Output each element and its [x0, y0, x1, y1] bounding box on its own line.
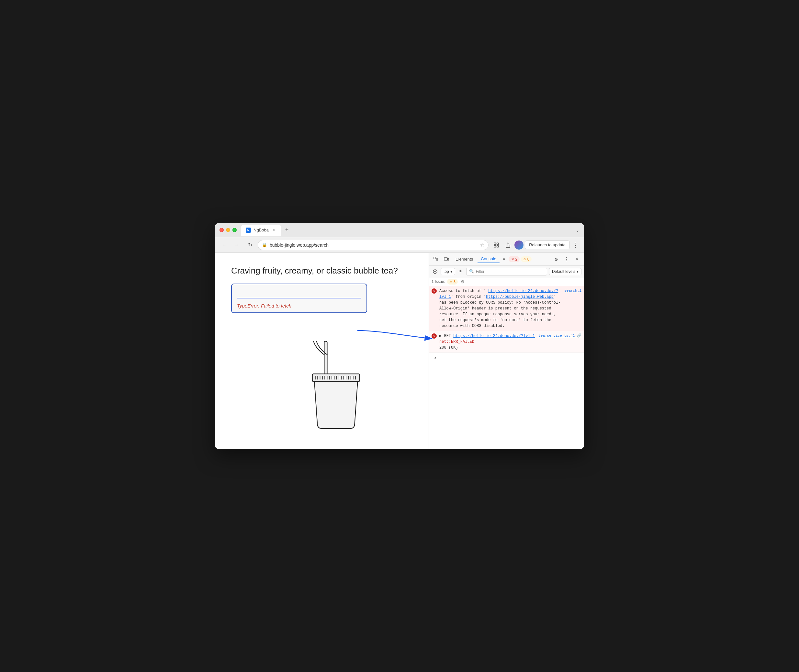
nav-bar: ← → ↻ 🔒 bubble-jingle.web.app/search ☆ R…: [215, 237, 584, 253]
expand-icon[interactable]: >: [432, 355, 439, 362]
svg-rect-1: [497, 243, 499, 245]
svg-rect-0: [494, 243, 496, 245]
error-status: net::ERR_FAILED: [439, 339, 474, 344]
error-link-3[interactable]: https://hello-io-24.deno.dev/?lvl=1: [453, 334, 535, 338]
devtools-more-icon[interactable]: ⋮: [562, 255, 571, 264]
svg-rect-26: [434, 257, 436, 259]
svg-rect-3: [497, 245, 499, 247]
tab-elements[interactable]: Elements: [452, 255, 476, 263]
console-expand-row[interactable]: >: [429, 353, 584, 364]
svg-rect-27: [444, 258, 447, 260]
devtools-close-icon[interactable]: ×: [572, 255, 581, 264]
search-box-container: TypeError: Failed to fetch: [231, 283, 367, 313]
svg-rect-2: [494, 245, 496, 247]
new-tab-button[interactable]: +: [282, 226, 291, 235]
error-count: 2: [516, 258, 517, 261]
svg-rect-28: [447, 258, 449, 260]
error-header-1: Access to fetch at ' https://hello-io-24…: [439, 288, 581, 329]
traffic-lights: [219, 228, 237, 232]
bookmark-icon[interactable]: ☆: [480, 242, 484, 248]
console-error-2: ✕ ▶ GET https://hello-io-24.deno.dev/?lv…: [429, 331, 584, 353]
main-content: Craving fruity, creamy, or classic bubbl…: [215, 253, 584, 449]
share-icon[interactable]: [503, 240, 513, 250]
devtools-toolbar: Elements Console » ✕ 2 ⚠ 8 ⚙ ⋮ ×: [429, 253, 584, 266]
error-icon-1: ✕: [432, 288, 437, 294]
webpage: Craving fruity, creamy, or classic bubbl…: [215, 253, 429, 449]
profile-avatar[interactable]: [514, 240, 524, 250]
minimize-traffic-light[interactable]: [226, 228, 230, 232]
warning-count: 8: [527, 258, 529, 261]
log-levels-label: Default levels: [552, 269, 575, 274]
issues-badge[interactable]: ⚠ 8: [447, 279, 458, 285]
extensions-icon[interactable]: [491, 240, 501, 250]
device-toggle-icon[interactable]: [442, 255, 451, 264]
active-tab[interactable]: N NgBoba ×: [241, 225, 281, 236]
nav-actions: Relaunch to update ⋮: [491, 240, 580, 250]
issues-count: 8: [453, 280, 455, 283]
devtools-panel: Elements Console » ✕ 2 ⚠ 8 ⚙ ⋮ ×: [429, 253, 584, 449]
bubble-tea-svg: [277, 333, 367, 436]
tab-title: NgBoba: [253, 227, 269, 232]
tab-favicon: N: [246, 227, 251, 233]
devtools-settings-icon[interactable]: ⚙: [552, 255, 561, 264]
error-link-2[interactable]: https://bubble-jingle.web.app: [486, 294, 554, 299]
browser-window: N NgBoba × + ⌄ ← → ↻ 🔒 bubble-jingle.web…: [215, 223, 584, 449]
warning-badge: ⚠ 8: [521, 256, 532, 262]
tab-console[interactable]: Console: [477, 255, 500, 263]
filter-label: Filter: [476, 269, 485, 274]
live-expression-icon[interactable]: 👁: [457, 268, 464, 275]
error-body-2: ▶ GET https://hello-io-24.deno.dev/?lvl=…: [439, 333, 581, 350]
tab-more-icon[interactable]: »: [501, 255, 507, 263]
error-text-prefix-1: Access to fetch at ' https://hello-io-24…: [439, 288, 562, 329]
log-levels-dropdown[interactable]: Default levels ▾: [549, 268, 581, 275]
back-button[interactable]: ←: [219, 240, 229, 250]
console-error-1: ✕ Access to fetch at ' https://hello-io-…: [429, 286, 584, 331]
issues-label: 1 Issue:: [432, 279, 445, 284]
security-icon: 🔒: [262, 242, 267, 247]
error-badge: ✕ 2: [509, 256, 520, 262]
issues-bar: 1 Issue: ⚠ 8 ⚙: [429, 277, 584, 286]
console-clear-icon[interactable]: [432, 268, 439, 275]
inspect-element-icon[interactable]: [432, 255, 440, 264]
error-body-1: Access to fetch at ' https://hello-io-24…: [439, 288, 581, 329]
svg-rect-7: [312, 374, 360, 382]
error-source-2[interactable]: tea.service.ts:42 🔗: [538, 333, 581, 350]
filter-input[interactable]: 🔍 Filter: [466, 268, 547, 275]
address-text: bubble-jingle.web.app/search: [270, 242, 477, 248]
relaunch-button[interactable]: Relaunch to update: [525, 240, 570, 249]
tab-close-button[interactable]: ×: [271, 227, 277, 233]
maximize-traffic-light[interactable]: [232, 228, 237, 232]
log-levels-chevron: ▾: [576, 269, 578, 274]
annotation-arrow: [354, 321, 438, 347]
error-text-2: ▶ GET https://hello-io-24.deno.dev/?lvl=…: [439, 333, 536, 350]
console-messages: ✕ Access to fetch at ' https://hello-io-…: [429, 286, 584, 449]
frame-selector-dropdown[interactable]: top ▾: [440, 268, 455, 275]
cup-illustration: [231, 333, 412, 436]
frame-dropdown-chevron: ▾: [450, 269, 452, 274]
error-message: TypeError: Failed to fetch: [237, 303, 361, 309]
refresh-button[interactable]: ↻: [245, 240, 255, 250]
close-traffic-light[interactable]: [219, 228, 224, 232]
filter-search-icon: 🔍: [469, 269, 474, 274]
address-bar[interactable]: 🔒 bubble-jingle.web.app/search ☆: [258, 240, 488, 250]
chevron-down-icon[interactable]: ⌄: [576, 227, 580, 233]
error-header-2: ▶ GET https://hello-io-24.deno.dev/?lvl=…: [439, 333, 581, 350]
error-source-1[interactable]: search:1: [564, 288, 581, 329]
page-heading: Craving fruity, creamy, or classic bubbl…: [231, 266, 412, 276]
browser-menu-button[interactable]: ⋮: [571, 240, 580, 250]
tab-bar: N NgBoba × +: [241, 225, 573, 236]
forward-button[interactable]: →: [232, 240, 242, 250]
console-toolbar: top ▾ 👁 🔍 Filter Default levels ▾: [429, 266, 584, 277]
issues-settings-icon[interactable]: ⚙: [460, 279, 466, 285]
title-bar: N NgBoba × + ⌄: [215, 223, 584, 237]
search-input[interactable]: [237, 288, 361, 298]
frame-selector-label: top: [444, 269, 449, 274]
